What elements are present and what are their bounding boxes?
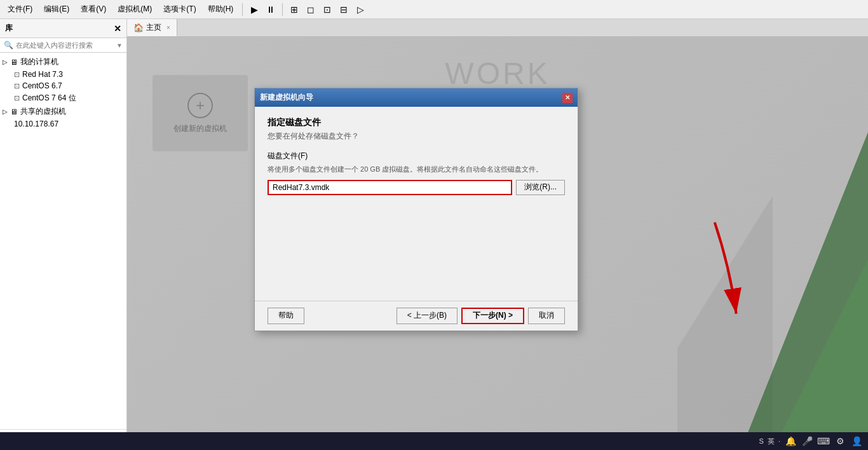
tree-item-shared-ip[interactable]: 10.10.178.67	[10, 118, 126, 130]
taskbar-settings-icon[interactable]: ⚙	[834, 435, 846, 447]
dialog-close-button[interactable]: ✕	[562, 93, 573, 103]
tree-item-centos764[interactable]: ⊡ CentOS 7 64 位	[10, 92, 126, 105]
home-tab[interactable]: 🏠 主页 ×	[127, 19, 177, 36]
vm-icon-redhat: ⊡	[14, 71, 20, 79]
my-computer-children: ⊡ Red Hat 7.3 ⊡ CentOS 6.7 ⊡ CentOS 7 64…	[0, 69, 126, 105]
tab-close-button[interactable]: ×	[166, 24, 170, 31]
taskbar-mic-icon[interactable]: 🎤	[801, 435, 813, 447]
taskbar-ime[interactable]: S	[759, 437, 764, 445]
disk-file-group: 磁盘文件(F) 将使用多个磁盘文件创建一个 20 GB 虚拟磁盘。将根据此文件名…	[268, 151, 565, 195]
taskbar-notification-icon[interactable]: 🔔	[784, 435, 797, 447]
dialog-overlay: 新建虚拟机向导 ✕ 指定磁盘文件 您要在何处存储磁盘文件？ 磁盘文件(F) 将使…	[127, 37, 868, 450]
shared-vm-label: 共享的虚拟机	[20, 106, 66, 117]
expand-icon: ▷	[3, 58, 8, 65]
expand-icon-shared: ▷	[3, 108, 8, 115]
home-icon: 🏠	[133, 23, 144, 32]
menu-bar: 文件(F) 编辑(E) 查看(V) 虚拟机(M) 选项卡(T) 帮助(H) ▶ …	[0, 0, 868, 19]
toolbar-btn-4[interactable]: ⊟	[336, 2, 351, 17]
sidebar-title: 库	[5, 23, 13, 34]
tree-shared-vm[interactable]: ▷ 🖥 共享的虚拟机	[0, 105, 126, 118]
shared-vm-icon: 🖥	[10, 107, 18, 116]
tree-group-shared: ▷ 🖥 共享的虚拟机 10.10.178.67	[0, 105, 126, 130]
disk-file-description: 将使用多个磁盘文件创建一个 20 GB 虚拟磁盘。将根据此文件名自动命名这些磁盘…	[268, 164, 565, 175]
tab-bar: 🏠 主页 ×	[127, 19, 868, 37]
menu-file[interactable]: 文件(F)	[3, 1, 37, 17]
new-vm-dialog: 新建虚拟机向导 ✕ 指定磁盘文件 您要在何处存储磁盘文件？ 磁盘文件(F) 将使…	[254, 88, 578, 331]
main-layout: 库 ✕ 🔍 ▼ ▷ 🖥 我的计算机 ⊡ Red Hat 7.3	[0, 19, 868, 450]
tree-group-my-computer: ▷ 🖥 我的计算机 ⊡ Red Hat 7.3 ⊡ CentOS 6.7 ⊡	[0, 55, 126, 105]
tab-label: 主页	[146, 22, 161, 33]
shared-children: 10.10.178.67	[0, 118, 126, 130]
taskbar-keyboard-icon[interactable]: ⌨	[817, 435, 830, 447]
sidebar-search-bar[interactable]: 🔍 ▼	[0, 38, 126, 53]
tree-item-centos67-label: CentOS 6.7	[22, 81, 62, 90]
computer-icon: 🖥	[10, 58, 18, 67]
search-input[interactable]	[16, 41, 114, 49]
red-arrow-indicator	[677, 207, 780, 333]
dialog-section-subtitle: 您要在何处存储磁盘文件？	[268, 131, 565, 142]
tree-my-computer[interactable]: ▷ 🖥 我的计算机	[0, 55, 126, 69]
tree-item-centos67[interactable]: ⊡ CentOS 6.7	[10, 80, 126, 92]
cancel-button[interactable]: 取消	[528, 308, 565, 324]
sidebar-tree: ▷ 🖥 我的计算机 ⊡ Red Hat 7.3 ⊡ CentOS 6.7 ⊡	[0, 53, 126, 429]
vm-icon-centos67: ⊡	[14, 82, 20, 90]
menu-edit[interactable]: 编辑(E)	[39, 1, 74, 17]
content-area: 🏠 主页 × WORK + 创建新的虚拟机	[127, 19, 868, 450]
pause-button[interactable]: ⏸	[263, 2, 278, 17]
menu-vm[interactable]: 虚拟机(M)	[112, 1, 157, 17]
shared-ip-label: 10.10.178.67	[14, 119, 58, 128]
toolbar-separator-1	[242, 3, 243, 16]
taskbar: S 英 · 🔔 🎤 ⌨ ⚙ 👤	[0, 432, 868, 450]
sidebar-close-icon[interactable]: ✕	[114, 24, 121, 34]
browse-button[interactable]: 浏览(R)...	[516, 180, 565, 195]
play-button[interactable]: ▶	[247, 2, 262, 17]
dialog-titlebar: 新建虚拟机向导 ✕	[255, 88, 578, 107]
taskbar-lang[interactable]: 英	[768, 437, 775, 446]
footer-right-buttons: < 上一步(B) 下一步(N) > 取消	[397, 308, 565, 324]
toolbar-separator-2	[282, 3, 283, 16]
taskbar-dot: ·	[778, 437, 780, 445]
menu-view[interactable]: 查看(V)	[76, 1, 111, 17]
search-icon: 🔍	[4, 41, 13, 50]
tree-item-redhat-label: Red Hat 7.3	[22, 70, 63, 79]
disk-file-row: 浏览(R)...	[268, 180, 565, 195]
tree-item-redhat[interactable]: ⊡ Red Hat 7.3	[10, 69, 126, 80]
sidebar: 库 ✕ 🔍 ▼ ▷ 🖥 我的计算机 ⊡ Red Hat 7.3	[0, 19, 127, 450]
dialog-spacer	[268, 201, 565, 290]
sidebar-header: 库 ✕	[0, 19, 126, 38]
search-dropdown-icon[interactable]: ▼	[116, 42, 123, 49]
toolbar-btn-5[interactable]: ▷	[353, 2, 368, 17]
next-button[interactable]: 下一步(N) >	[461, 308, 524, 324]
my-computer-label: 我的计算机	[20, 57, 58, 67]
disk-file-input[interactable]	[268, 180, 512, 195]
menu-tab[interactable]: 选项卡(T)	[158, 1, 201, 17]
menu-help[interactable]: 帮助(H)	[203, 1, 239, 17]
back-button[interactable]: < 上一步(B)	[397, 308, 458, 324]
help-button[interactable]: 帮助	[268, 308, 304, 324]
disk-file-label: 磁盘文件(F)	[268, 151, 565, 161]
dialog-footer: 帮助 < 上一步(B) 下一步(N) > 取消	[255, 301, 578, 331]
toolbar-btn-2[interactable]: ◻	[303, 2, 318, 17]
toolbar-btn-3[interactable]: ⊡	[320, 2, 335, 17]
toolbar-btn-1[interactable]: ⊞	[287, 2, 302, 17]
tree-item-centos764-label: CentOS 7 64 位	[22, 93, 76, 104]
main-content: WORK + 创建新的虚拟机 新建虚拟机向导 ✕	[127, 37, 868, 450]
taskbar-user-icon[interactable]: 👤	[850, 435, 863, 447]
dialog-body: 指定磁盘文件 您要在何处存储磁盘文件？ 磁盘文件(F) 将使用多个磁盘文件创建一…	[255, 107, 578, 301]
vm-icon-centos764: ⊡	[14, 94, 20, 102]
dialog-title: 新建虚拟机向导	[260, 92, 313, 103]
dialog-section-title: 指定磁盘文件	[268, 117, 565, 128]
